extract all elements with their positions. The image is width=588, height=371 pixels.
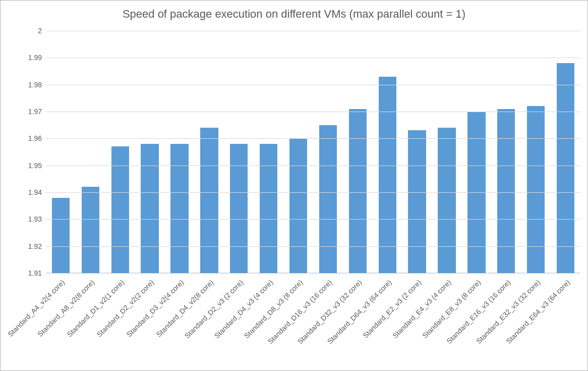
- x-axis-labels: Standard_A4_v2(4 core)Standard_A8_v2(8 c…: [46, 275, 580, 366]
- chart-container: Speed of package execution on different …: [0, 0, 588, 371]
- bar-slot: [402, 31, 432, 273]
- bar: [52, 198, 70, 273]
- bar: [379, 77, 396, 273]
- bar: [319, 125, 337, 273]
- bar-slot: [135, 31, 165, 273]
- x-tick-label: Standard_A4_v2(4 core): [7, 278, 67, 338]
- grid-line: [46, 58, 580, 58]
- y-tick-label: 1.96: [28, 134, 42, 142]
- bar: [200, 128, 218, 273]
- bar-slot: [491, 31, 521, 273]
- bar-slot: [76, 31, 105, 273]
- grid-line: [46, 85, 580, 85]
- bar: [349, 109, 367, 273]
- bar: [230, 144, 248, 273]
- bar-slot: [432, 31, 462, 273]
- bar-slot: [165, 31, 195, 273]
- grid-line: [46, 31, 580, 31]
- bar-slot: [373, 31, 402, 273]
- bar-slot: [224, 31, 254, 273]
- grid-line: [46, 192, 580, 193]
- grid-line: [46, 112, 580, 112]
- bar-slot: [461, 31, 491, 273]
- bar-slot: [551, 31, 580, 273]
- bar-slot: [283, 31, 313, 273]
- bar: [82, 187, 99, 273]
- chart-title: Speed of package execution on different …: [1, 1, 587, 21]
- y-tick-label: 1.97: [28, 108, 42, 116]
- bar: [557, 63, 574, 273]
- bar-slot: [521, 31, 551, 273]
- y-tick-label: 1.99: [28, 54, 42, 62]
- bar-slot: [343, 31, 373, 273]
- bar: [408, 130, 426, 273]
- grid-line: [46, 166, 580, 166]
- y-tick-label: 1.91: [28, 269, 42, 277]
- bar-slot: [313, 31, 343, 273]
- bar: [527, 106, 545, 273]
- bar-slot: [105, 31, 135, 273]
- y-tick-label: 1.93: [28, 215, 42, 223]
- y-tick-label: 2: [38, 27, 42, 35]
- bar: [141, 144, 158, 273]
- y-tick-label: 1.95: [28, 162, 42, 170]
- bar: [260, 144, 277, 273]
- bar: [497, 109, 515, 273]
- y-tick-label: 1.98: [28, 81, 42, 89]
- x-label-slot: Standard_E64_v3 (64 core): [551, 275, 580, 366]
- y-tick-label: 1.92: [28, 242, 42, 250]
- bar: [289, 138, 307, 273]
- bars-group: [46, 31, 580, 273]
- bar: [170, 144, 188, 273]
- grid-line: [46, 273, 580, 274]
- y-tick-label: 1.94: [28, 188, 42, 196]
- plot-area: 1.911.921.931.941.951.961.971.981.992: [46, 31, 580, 273]
- grid-line: [46, 138, 580, 139]
- grid-line: [46, 246, 580, 247]
- bar: [438, 128, 455, 273]
- bar-slot: [254, 31, 283, 273]
- bar-slot: [46, 31, 76, 273]
- bar-slot: [194, 31, 224, 273]
- grid-line: [46, 219, 580, 220]
